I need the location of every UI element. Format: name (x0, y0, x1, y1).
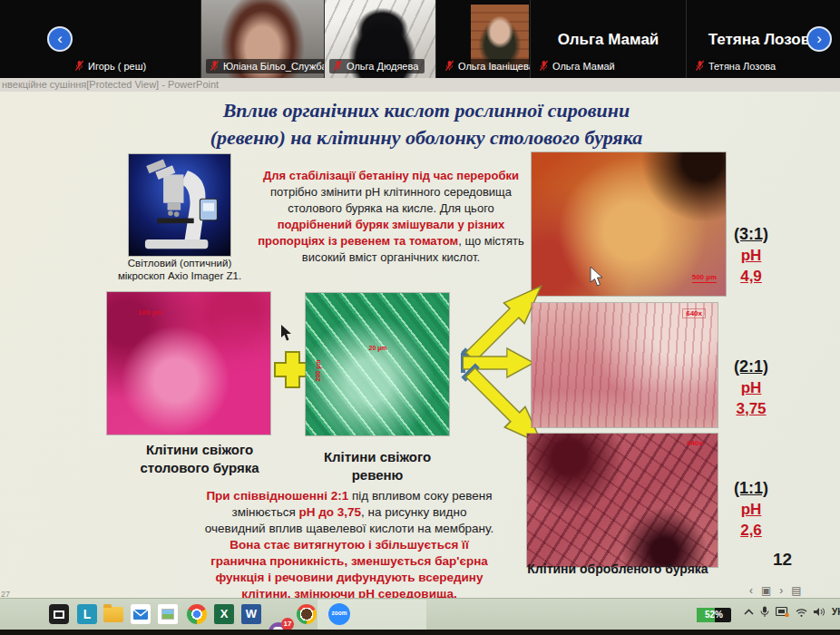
tray-chevron-icon[interactable] (744, 609, 754, 616)
microscope-photo (129, 154, 230, 256)
slide-title-line1: Вплив органічних кислот рослинної сирови… (63, 97, 789, 124)
magnification-label: 640x (683, 309, 705, 318)
battery-percent: 52% (697, 608, 731, 622)
ratio-value: (1:1) (721, 478, 781, 499)
mic-muted-icon (539, 60, 549, 72)
caption-line: Клітини свіжого (299, 448, 455, 466)
mouse-cursor (280, 325, 292, 342)
photo-viewer-icon[interactable] (158, 604, 178, 624)
scale-bar-label: 500 µm (692, 273, 717, 283)
notification-badge: 17 (281, 618, 294, 630)
mouse-cursor-ghost (590, 267, 604, 288)
browser-profile-icon[interactable] (297, 604, 317, 624)
participant-name-tag: Игорь ( реш) (71, 59, 152, 73)
micrograph-ratio-2-1: 640x (532, 303, 718, 427)
participant-tile-mamai[interactable]: Ольга Мамай Ольга Мамай (531, 0, 687, 78)
participant-name-tag: Юліана Більо_Служба_... (206, 59, 325, 73)
scale-bar-label: 20 µm (369, 345, 387, 351)
caption-line: столового буряка (114, 459, 285, 477)
tray-speaker-icon[interactable] (814, 607, 825, 617)
media-player-icon[interactable] (49, 604, 69, 624)
micrograph-ratio-3-1: 500 µm (532, 152, 726, 296)
mic-muted-icon (74, 60, 84, 72)
microscope-caption-line1: Світловий (оптичний) (100, 257, 259, 269)
mail-icon[interactable] (131, 604, 151, 624)
mic-muted-icon (210, 60, 220, 72)
tray-microphone-icon[interactable] (760, 606, 769, 618)
micrograph-ratio-1-1: 640x (527, 434, 718, 567)
micrograph-fresh-rhubarb: 20 µm 200 µm (306, 293, 449, 435)
ph-value: 4,9 (721, 266, 781, 287)
windows-taskbar: L X W 17 zoom 52% УКР (0, 598, 840, 630)
participant-name-tag: Ольга Іваніщева (441, 59, 531, 73)
l-app-icon[interactable]: L (77, 604, 97, 624)
reading-view-controls: ‹▣›▤ (749, 584, 810, 597)
participant-name: Ольга Мамай (552, 61, 615, 72)
chrome-icon[interactable] (187, 604, 207, 624)
mic-muted-icon (444, 60, 454, 72)
microscope-illustration (129, 154, 230, 256)
ph-label: pH (721, 499, 781, 520)
participant-tile-yuliana[interactable]: Юліана Більо_Служба_... (201, 0, 325, 78)
zoom-app-icon[interactable]: zoom (328, 603, 350, 625)
caption-fresh-beet: Клітини свіжого столового буряка (114, 441, 285, 477)
mic-muted-icon (695, 60, 705, 72)
powerpoint-titlebar[interactable]: нвекційне сушіння[Protected View] - Powe… (0, 78, 840, 92)
notes-button[interactable]: ▤ (791, 584, 809, 597)
caption-fresh-rhubarb: Клітини свіжого ревеню (299, 448, 455, 484)
excel-icon[interactable]: X (214, 604, 234, 624)
language-indicator[interactable]: УКР (832, 607, 840, 617)
battery-indicator[interactable]: 52% (697, 608, 731, 622)
word-icon[interactable]: W (241, 604, 261, 624)
conclusion-paragraph: При співвідношенні 2:1 під впливом соку … (171, 488, 528, 602)
participant-tile-ivanishcheva[interactable]: Ольга Іваніщева (436, 0, 531, 78)
tray-wifi-icon[interactable] (796, 608, 807, 617)
participant-tile-dudyaeva[interactable]: Ольга Дюдяева (325, 0, 436, 78)
ph-value: 3,75 (719, 398, 783, 419)
caption-line: ревеню (299, 466, 455, 484)
ratio-label-1-1: (1:1) pH 2,6 (721, 478, 781, 541)
intro-paragraph: Для стабілізації бетаніну під час переро… (243, 168, 539, 266)
tray-display-icon[interactable] (776, 607, 789, 618)
caption-treated-beet: Клітини обробленого буряка (504, 562, 731, 576)
participant-name-tag: Тетяна Лозова (691, 59, 782, 73)
scale-bar-label: 200 µm (315, 359, 321, 381)
ph-label: pH (721, 245, 781, 266)
slide-area: Вплив органічних кислот рослинної сирови… (0, 92, 840, 598)
microscope-caption-line2: мікроскоп Axio Imager Z1. (100, 269, 259, 282)
mic-muted-icon (333, 60, 343, 72)
gallery-next-button[interactable]: › (806, 26, 832, 52)
ratio-label-3-1: (3:1) pH 4,9 (721, 224, 781, 287)
participant-name: Игорь ( реш) (88, 61, 146, 72)
slide-title-line2: (ревеню) на клітинну оболонку столового … (63, 124, 789, 151)
slide-title: Вплив органічних кислот рослинної сирови… (63, 97, 789, 151)
slideshow-button[interactable]: ▣ (761, 584, 779, 597)
participant-name: Ольга Дюдяева (347, 61, 418, 72)
ratio-value: (2:1) (719, 357, 783, 377)
ratio-value: (3:1) (721, 224, 781, 245)
gallery-prev-button[interactable]: ‹ (47, 26, 73, 52)
microscope-caption: Світловий (оптичний) мікроскоп Axio Imag… (100, 257, 259, 282)
participant-name-tag: Ольга Мамай (535, 59, 621, 73)
participant-name: Тетяна Лозова (708, 61, 776, 72)
laptop-screen: ‹ Игорь ( реш) Юліана Більо_Служба_... (0, 0, 840, 635)
magnification-label: 640x (687, 439, 703, 447)
scale-bar-label: 100 µm (138, 308, 162, 317)
participant-name: Юліана Більо_Служба_... (223, 61, 325, 72)
ratio-label-2-1: (2:1) pH 3,75 (719, 357, 783, 419)
screen-bezel (0, 630, 840, 635)
participant-tile-igor[interactable]: ‹ Игорь ( реш) (0, 0, 201, 78)
participant-name: Ольга Іваніщева (458, 61, 531, 72)
prev-slide-button[interactable]: ‹ (749, 584, 761, 597)
slide-page-number: 12 (773, 550, 792, 570)
ph-label: pH (719, 377, 783, 398)
file-explorer-icon[interactable] (103, 607, 123, 622)
next-slide-button[interactable]: › (779, 584, 791, 597)
micrograph-fresh-beet: 100 µm (107, 292, 270, 435)
system-tray: УКР (744, 606, 840, 618)
ph-value: 2,6 (721, 520, 781, 541)
participant-tile-lozova[interactable]: Тетяна Лозова Тетяна Лозова › (687, 0, 840, 78)
caption-line: Клітини свіжого (114, 441, 285, 459)
participant-name-tag: Ольга Дюдяева (329, 59, 425, 73)
zoom-gallery-strip: ‹ Игорь ( реш) Юліана Більо_Служба_... (0, 0, 840, 78)
